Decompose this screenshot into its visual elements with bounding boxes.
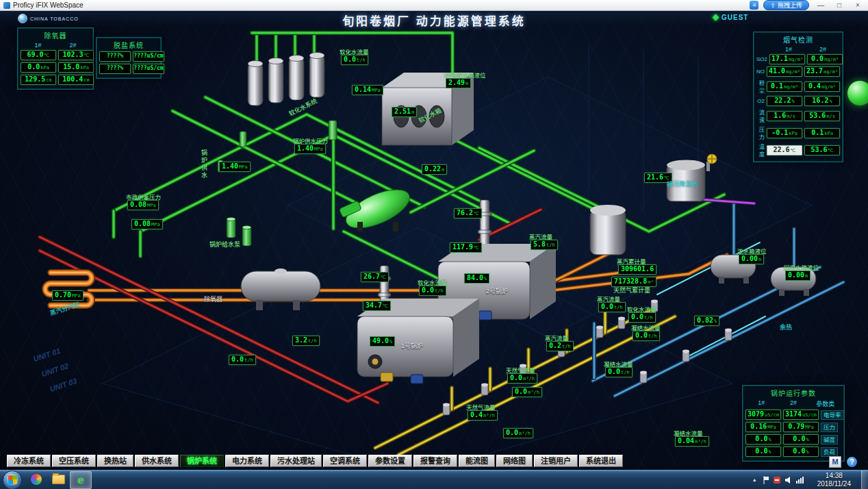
tray-icons[interactable] <box>762 475 807 485</box>
nav-button-4[interactable]: 供水系统 <box>135 455 179 467</box>
col-header-1: 1# <box>21 42 55 49</box>
gauge: 0.0t/h <box>229 352 256 365</box>
webspace-icon[interactable]: ≡ <box>750 1 758 10</box>
value-number: 0.1 <box>771 82 783 90</box>
minimize-button[interactable]: — <box>814 1 828 9</box>
panel-row: 3079uS/cm3174uS/cm电导率 <box>745 410 841 420</box>
gauge-label: 蒸汽累计量 <box>617 257 646 265</box>
nav-button-1[interactable]: 冷冻系统 <box>7 455 51 467</box>
value-number: 0.22 <box>424 165 441 173</box>
gauge-label: 浓水箱液位 <box>737 247 767 255</box>
value-display: 16.2% <box>804 96 840 106</box>
folder-icon <box>52 475 65 484</box>
panel-row: 粉尘0.1mg/m³0.4mg/m³ <box>756 79 840 94</box>
maximize-button[interactable]: □ <box>832 1 846 9</box>
gauge-label: 软化水流量 <box>340 47 369 55</box>
side-green-sphere-button[interactable] <box>847 81 868 105</box>
nav-button-12[interactable]: 网络图 <box>496 455 533 467</box>
nav-button-5[interactable]: 锅炉系统 <box>180 455 224 467</box>
value-unit: m³/h <box>519 429 531 438</box>
nav-button-3[interactable]: 换热站 <box>97 455 133 467</box>
user-status-icon <box>713 14 719 21</box>
nav-button-10[interactable]: 报警查询 <box>413 455 457 467</box>
titlebar-left: Proficy iFIX WebSpace <box>3 1 84 9</box>
nav-button-13[interactable]: 注销用户 <box>534 455 578 467</box>
value-number: 102.3 <box>63 51 84 59</box>
panel-columns: 1# 2# <box>21 42 90 49</box>
panel-body: ????%????uS/cm????%????uS/cm <box>99 51 158 74</box>
value-display: 3.2t/h <box>292 336 320 346</box>
value-display: 0.22m <box>422 164 447 175</box>
start-button[interactable] <box>3 471 22 489</box>
gauge-label: 凝结水流量 <box>674 429 703 437</box>
value-unit: t/h <box>244 356 253 364</box>
value-number: 5.8 <box>533 240 546 249</box>
m-badge-icon[interactable]: M <box>829 456 841 468</box>
logo-text: CHINA TOBACCO <box>30 16 79 21</box>
value-unit: % <box>390 338 392 346</box>
value-number: 0.08 <box>130 201 146 209</box>
diagram-label: 软化水箱 <box>417 106 443 125</box>
value-number: 0.0 <box>506 429 518 437</box>
drag-upload-button[interactable]: ⇧ 拖拽上传 <box>763 0 809 10</box>
nav-button-6[interactable]: 电力系统 <box>225 455 269 467</box>
value-number: 0.79 <box>788 423 804 431</box>
taskbar-app-active[interactable]: e <box>70 471 92 489</box>
taskbar-app-browser[interactable] <box>26 471 47 488</box>
gauge: 0.22m <box>422 162 447 175</box>
value-unit: ℃ <box>383 302 388 310</box>
value-unit: m³/h <box>523 375 535 383</box>
nav-button-11[interactable]: 能流图 <box>459 455 495 467</box>
value-display: 0.0t/h <box>628 312 656 323</box>
desalination-panel: 脱盐系统 ????%????uS/cm????%????uS/cm <box>96 37 162 79</box>
gauge-label: 回用水箱液位 <box>784 263 819 271</box>
value-unit: % <box>806 436 808 444</box>
nav-button-2[interactable]: 空压系统 <box>52 455 96 467</box>
value-number: 0.4 <box>808 82 821 90</box>
row-label: O2 <box>756 98 765 104</box>
row-label: 温度 <box>756 142 765 158</box>
value-unit: uS/cm <box>802 411 817 419</box>
nav-button-8[interactable]: 空调系统 <box>323 455 367 467</box>
panel-row: 0.0%0.0%负荷 <box>745 447 841 457</box>
value-unit: % <box>714 317 717 325</box>
nav-button-14[interactable]: 系统退出 <box>579 455 623 467</box>
value-display: 26.7℃ <box>361 272 389 282</box>
value-display: 3174uS/cm <box>783 410 819 420</box>
gauge: 117.9℃ <box>450 240 482 253</box>
gauge-label: 软化水流量 <box>418 278 447 286</box>
value-unit: t/h <box>546 241 555 249</box>
nav-button-7[interactable]: 污水处理站 <box>270 455 322 467</box>
gauge: 0.0m³/h <box>512 384 542 397</box>
help-icon[interactable]: ? <box>847 457 857 467</box>
volume-icon <box>785 477 790 484</box>
taskbar-clock[interactable]: 14:38 2018/11/24 <box>812 472 856 488</box>
value-number: 0.0 <box>601 303 613 311</box>
windows-flag-icon <box>8 475 17 484</box>
value-display: 0.0mg/m³ <box>807 54 843 64</box>
panel-title: 除氧器 <box>21 30 90 40</box>
value-number: 22.6 <box>774 146 790 154</box>
close-button[interactable]: × <box>851 1 865 9</box>
value-display: 0.0% <box>783 434 819 444</box>
value-unit: ℃ <box>44 51 50 60</box>
taskbar-app-explorer[interactable] <box>48 471 68 488</box>
value-display: 1.6m/s <box>767 111 802 121</box>
value-number: 41.0 <box>769 67 785 75</box>
row-label: 流速 <box>756 108 765 123</box>
tray-expand-icon[interactable]: ▲ <box>752 477 757 482</box>
nav-button-9[interactable]: 参数设置 <box>368 455 412 467</box>
gauge: 84.0% <box>464 271 489 284</box>
gauge: 1.40MPa <box>219 159 251 172</box>
gauge-label: 锅炉供水压力 <box>293 136 328 145</box>
value-number: 0.0 <box>231 355 244 364</box>
show-desktop-button[interactable] <box>861 471 868 489</box>
gauge-label: 软化水流量 <box>627 305 656 313</box>
value-unit: kPa <box>40 64 49 72</box>
value-unit: m <box>805 272 808 280</box>
value-number: 0.0 <box>515 388 527 396</box>
value-display: 0.08MPa <box>127 200 159 210</box>
gauge: 26.7℃ <box>361 269 389 282</box>
value-display: 1.40MPa <box>219 162 251 172</box>
panel-row: ????%????uS/cm <box>99 51 158 62</box>
